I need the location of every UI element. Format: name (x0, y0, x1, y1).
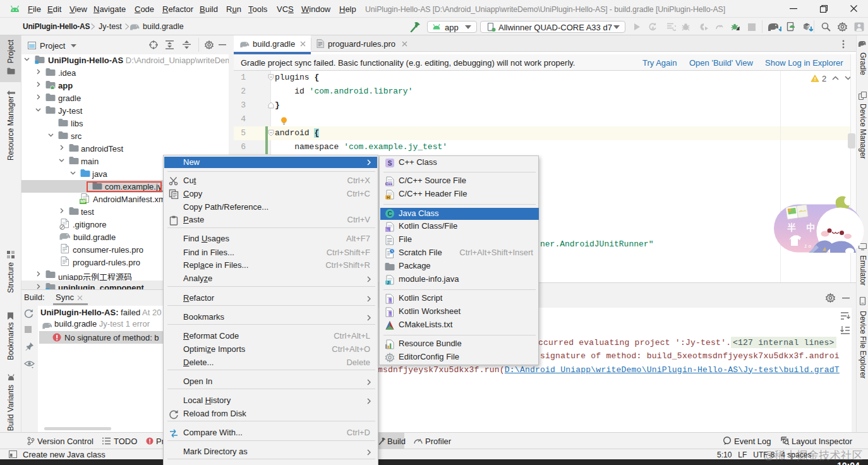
svg-text:J: J (387, 281, 390, 285)
svg-text:C++: C++ (385, 182, 393, 186)
svg-text:1 o: 1 o (804, 243, 812, 249)
svg-text:H: H (387, 195, 390, 200)
svg-text:半: 半 (787, 222, 796, 232)
svg-text:A: A (651, 26, 654, 30)
svg-text:C: C (387, 210, 392, 217)
svg-text:中: 中 (806, 222, 815, 232)
svg-text:S: S (388, 160, 392, 167)
